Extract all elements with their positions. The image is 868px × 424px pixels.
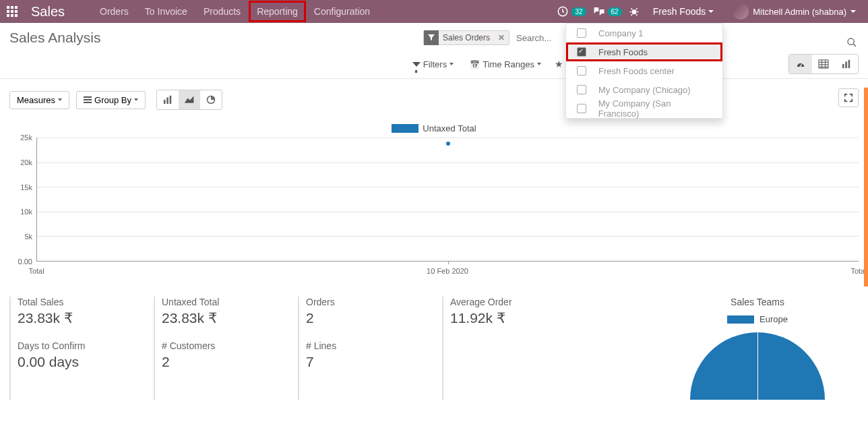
time-ranges-label: Time Ranges bbox=[483, 59, 534, 69]
svg-rect-6 bbox=[845, 62, 847, 69]
graph-view-button[interactable] bbox=[835, 55, 858, 73]
company-label: My Company (Chicago) bbox=[598, 85, 691, 95]
kpi-value: 23.83k ₹ bbox=[162, 310, 275, 326]
nav-to-invoice[interactable]: To Invoice bbox=[137, 1, 195, 22]
filters-label: Filters bbox=[423, 59, 447, 69]
user-name: Mitchell Admin (shabna) bbox=[753, 7, 846, 17]
svg-rect-9 bbox=[166, 98, 168, 104]
checkbox-icon[interactable] bbox=[577, 28, 586, 38]
company-option-fresh-foods[interactable]: Fresh Foods bbox=[566, 42, 722, 61]
chart-area: Untaxed Total 25k 20k 15k 10k 5k 0.00 To… bbox=[9, 123, 859, 279]
kpi-label: # Customers bbox=[162, 340, 275, 351]
svg-point-1 bbox=[631, 9, 636, 14]
control-panel: Sales Analysis Sales Orders ✕ Filters Ti… bbox=[0, 23, 868, 79]
company-option-fresh-foods-center[interactable]: Fresh Foods center bbox=[566, 61, 722, 80]
top-navbar: Sales Orders To Invoice Products Reporti… bbox=[0, 0, 868, 23]
nav-configuration[interactable]: Configuration bbox=[306, 1, 378, 22]
svg-rect-5 bbox=[842, 64, 844, 68]
checkbox-icon[interactable] bbox=[577, 85, 586, 94]
filters-button[interactable]: Filters bbox=[408, 57, 458, 72]
fullscreen-button[interactable] bbox=[838, 88, 859, 107]
page-title: Sales Analysis bbox=[9, 30, 100, 46]
chip-remove-icon[interactable]: ✕ bbox=[494, 33, 509, 42]
company-option-chicago[interactable]: My Company (Chicago) bbox=[566, 80, 722, 99]
y-tick: 5k bbox=[24, 233, 32, 241]
kpi-value: 11.92k ₹ bbox=[450, 310, 563, 326]
legend-color-box bbox=[392, 124, 418, 133]
company-name: Fresh Foods bbox=[653, 6, 706, 17]
sales-teams-legend[interactable]: Europe bbox=[656, 314, 859, 324]
chip-label: Sales Orders bbox=[439, 33, 494, 42]
pivot-view-button[interactable] bbox=[812, 55, 835, 73]
legend-color-box bbox=[727, 315, 754, 324]
checkbox-checked-icon[interactable] bbox=[577, 47, 586, 57]
dashboard-view-button[interactable] bbox=[789, 55, 812, 73]
nav-orders[interactable]: Orders bbox=[92, 1, 137, 22]
kpi-label: Orders bbox=[306, 297, 419, 307]
svg-point-2 bbox=[848, 38, 854, 44]
caret-down-icon bbox=[850, 10, 856, 13]
activity-badge: 32 bbox=[571, 7, 586, 16]
time-ranges-button[interactable]: Time Ranges bbox=[466, 57, 545, 72]
main-content: Measures Group By Untaxed Total 25k bbox=[0, 79, 868, 381]
kpi-customers[interactable]: # Customers2 bbox=[154, 340, 275, 370]
kpi-lines[interactable]: # Lines7 bbox=[298, 340, 419, 370]
checkbox-icon[interactable] bbox=[577, 104, 586, 113]
company-label: Company 1 bbox=[598, 28, 643, 38]
search-input[interactable] bbox=[515, 32, 562, 44]
funnel-icon bbox=[424, 30, 439, 45]
caret-down-icon bbox=[537, 63, 541, 65]
funnel-icon bbox=[412, 62, 421, 67]
pie-chart-button[interactable] bbox=[200, 90, 222, 109]
kpi-label: Untaxed Total bbox=[162, 297, 275, 307]
y-tick: 25k bbox=[20, 133, 32, 142]
nav-reporting[interactable]: Reporting bbox=[249, 1, 306, 22]
svg-rect-7 bbox=[848, 60, 850, 68]
user-menu[interactable]: Mitchell Admin (shabna) bbox=[727, 3, 861, 20]
groupby-label: Group By bbox=[94, 95, 131, 105]
calendar-icon bbox=[470, 59, 480, 69]
debug-icon[interactable] bbox=[629, 6, 640, 17]
plot-area bbox=[36, 138, 859, 262]
y-tick: 15k bbox=[20, 183, 32, 191]
line-chart-button[interactable] bbox=[179, 90, 200, 109]
company-option-sf[interactable]: My Company (San Francisco) bbox=[566, 99, 722, 118]
star-icon bbox=[555, 59, 563, 69]
scrollbar-indicator[interactable] bbox=[864, 88, 868, 286]
kpi-value: 0.00 days bbox=[18, 354, 131, 370]
kpi-value: 23.83k ₹ bbox=[18, 310, 131, 326]
filter-chip-sales-orders: Sales Orders ✕ bbox=[423, 30, 509, 45]
kpi-avg-order[interactable]: Average Order11.92k ₹ bbox=[442, 297, 563, 400]
caret-down-icon bbox=[450, 63, 454, 65]
svg-rect-8 bbox=[164, 100, 166, 104]
company-label: Fresh Foods center bbox=[598, 66, 675, 76]
y-tick: 20k bbox=[20, 158, 32, 166]
apps-icon[interactable] bbox=[7, 6, 18, 17]
kpi-value: 2 bbox=[306, 310, 419, 326]
nav-products[interactable]: Products bbox=[195, 1, 249, 22]
x-tick: 10 Feb 2020 bbox=[427, 267, 468, 275]
bar-chart-button[interactable] bbox=[157, 90, 179, 109]
data-point[interactable] bbox=[446, 142, 450, 146]
search-icon[interactable] bbox=[846, 37, 857, 51]
kpi-label: Days to Confirm bbox=[18, 340, 131, 351]
messages-icon[interactable]: 62 bbox=[593, 6, 622, 17]
semicircle-pie[interactable] bbox=[690, 332, 825, 400]
y-tick: 0.00 bbox=[18, 258, 32, 266]
legend-item[interactable]: Untaxed Total bbox=[392, 123, 476, 133]
checkbox-icon[interactable] bbox=[577, 66, 586, 75]
company-dropdown: Company 1 Fresh Foods Fresh Foods center… bbox=[565, 23, 723, 119]
company-label: My Company (San Francisco) bbox=[598, 98, 712, 119]
chart-type-switcher bbox=[156, 90, 222, 110]
activity-icon[interactable]: 32 bbox=[557, 5, 586, 18]
y-tick: 10k bbox=[20, 208, 32, 216]
caret-down-icon bbox=[708, 10, 714, 13]
measures-button[interactable]: Measures bbox=[9, 91, 69, 109]
caret-down-icon bbox=[58, 98, 62, 101]
kpi-days-confirm[interactable]: Days to Confirm0.00 days bbox=[9, 340, 131, 370]
company-option-1[interactable]: Company 1 bbox=[566, 24, 722, 42]
sales-teams-title: Sales Teams bbox=[656, 297, 859, 307]
groupby-button[interactable]: Group By bbox=[76, 91, 146, 109]
app-brand[interactable]: Sales bbox=[31, 4, 65, 20]
company-selector[interactable]: Fresh Foods bbox=[646, 1, 721, 22]
